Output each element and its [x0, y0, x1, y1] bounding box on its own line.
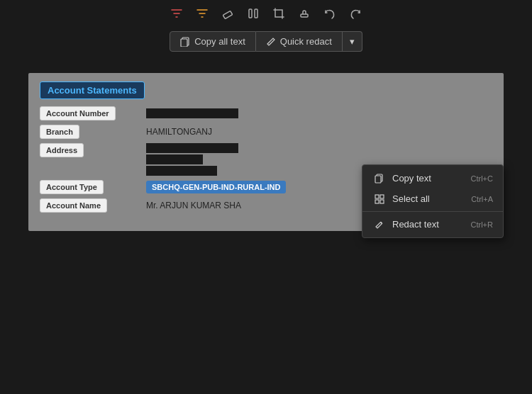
filter2-icon[interactable]	[193, 4, 211, 26]
dropdown-arrow-icon: ▾	[350, 36, 355, 47]
svg-rect-3	[301, 14, 308, 17]
toolbar	[0, 0, 532, 31]
copy-all-text-button[interactable]: Copy all text	[170, 31, 256, 52]
account-name-value: Mr. ARJUN KUMAR SHA	[146, 198, 241, 213]
context-menu-select-all[interactable]: Select all Ctrl+A	[362, 188, 503, 209]
svg-rect-7	[375, 176, 381, 183]
copy-all-text-label: Copy all text	[194, 36, 245, 47]
branch-label: Branch	[40, 125, 79, 139]
account-number-row: Account Number	[40, 106, 492, 120]
address-label: Address	[40, 143, 84, 157]
svg-rect-0	[223, 11, 232, 18]
column-icon[interactable]	[244, 4, 262, 26]
stamp-icon[interactable]	[295, 4, 314, 26]
redact-text-shortcut: Ctrl+R	[471, 220, 493, 229]
dropdown-arrow-button[interactable]: ▾	[343, 31, 362, 52]
redo-icon[interactable]	[346, 4, 365, 26]
redact-text-icon	[372, 220, 387, 230]
filter-icon[interactable]	[167, 4, 186, 26]
redact-pen-icon	[266, 37, 276, 47]
svg-rect-1	[249, 9, 252, 18]
address-line3-redacted	[146, 166, 217, 176]
account-type-value: SBCHQ-GEN-PUB-IND-RURAL-IND	[146, 181, 286, 193]
eraser-icon[interactable]	[218, 4, 237, 26]
svg-rect-8	[375, 195, 379, 198]
context-menu-copy-text[interactable]: Copy text Ctrl+C	[362, 168, 503, 188]
context-menu: Copy text Ctrl+C Select all Ctrl+A	[362, 164, 504, 238]
svg-rect-2	[255, 9, 257, 18]
branch-row: Branch HAMILTONGANJ	[40, 125, 492, 139]
svg-rect-10	[375, 200, 379, 203]
select-all-label: Select all	[392, 193, 465, 204]
undo-icon[interactable]	[321, 4, 339, 26]
select-all-icon	[372, 194, 387, 204]
copy-text-shortcut: Ctrl+C	[471, 174, 493, 183]
copy-icon	[180, 37, 190, 47]
redact-text-label: Redact text	[392, 219, 465, 230]
document-area: Account Statements Account Number Branch…	[28, 73, 504, 231]
branch-value: HAMILTONGANJ	[146, 125, 212, 139]
svg-rect-11	[380, 200, 384, 203]
address-line2-redacted	[146, 154, 203, 164]
select-all-shortcut: Ctrl+A	[471, 195, 493, 203]
context-menu-redact-text[interactable]: Redact text Ctrl+R	[362, 214, 503, 235]
copy-text-label: Copy text	[392, 173, 465, 184]
section-title: Account Statements	[40, 81, 145, 99]
crop-icon[interactable]	[270, 4, 288, 26]
account-number-redacted	[146, 108, 238, 118]
copy-text-icon	[372, 174, 387, 184]
account-number-label: Account Number	[40, 106, 116, 120]
svg-rect-5	[181, 39, 187, 47]
svg-rect-9	[380, 195, 384, 198]
context-menu-divider	[362, 211, 503, 212]
account-type-label: Account Type	[40, 180, 104, 194]
action-bar: Copy all text Quick redact ▾	[0, 31, 532, 52]
quick-redact-label: Quick redact	[280, 36, 332, 47]
account-name-label: Account Name	[40, 198, 107, 213]
address-line1-redacted	[146, 143, 238, 153]
quick-redact-button[interactable]: Quick redact	[256, 31, 343, 52]
